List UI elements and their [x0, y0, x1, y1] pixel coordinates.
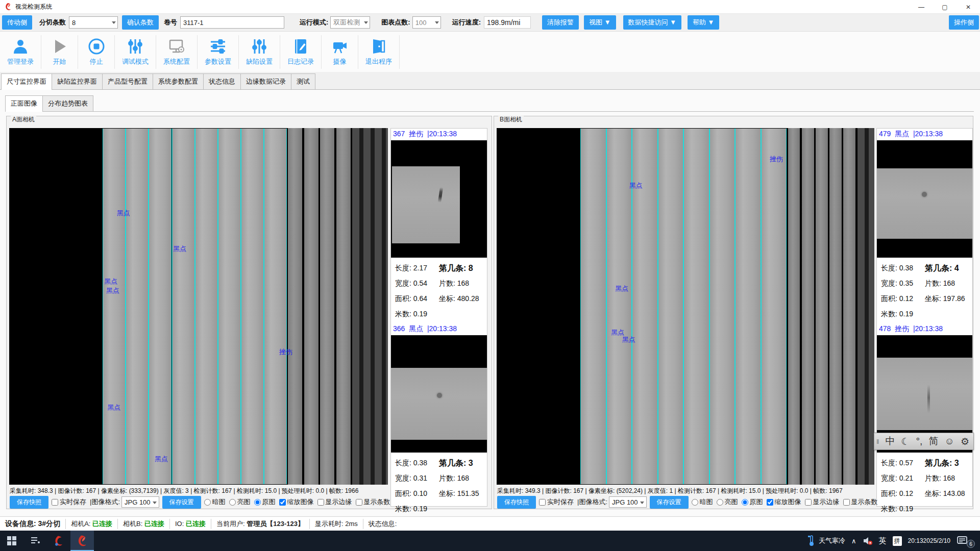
checkbox-icon[interactable]: [539, 499, 546, 506]
capture-button[interactable]: 摄像: [322, 35, 358, 69]
width-value: 0.35: [899, 279, 913, 287]
smiley-icon[interactable]: ☺: [944, 436, 954, 447]
debug-mode-button[interactable]: 调试模式: [115, 35, 156, 69]
original-image-radio[interactable]: 原图: [742, 497, 763, 507]
zoom-image-checkbox[interactable]: 缩放图像: [767, 497, 801, 507]
checkbox-icon[interactable]: [317, 499, 324, 506]
image-format-dropdown[interactable]: JPG 100: [609, 496, 647, 508]
radio-icon[interactable]: [742, 499, 748, 506]
tab-product-model-config[interactable]: 产品型号配置: [102, 73, 153, 89]
system-config-button[interactable]: 系统配置: [156, 35, 198, 69]
defect-card[interactable]: 479 黑点 |20:13:38 长度: 0.38 第几条: 4 宽度: 0.3…: [877, 129, 972, 322]
tab-front-image[interactable]: 正面图像: [5, 95, 43, 112]
image-format-dropdown[interactable]: JPG 100: [121, 496, 159, 508]
dark-image-radio[interactable]: 暗图: [692, 497, 713, 507]
defect-card[interactable]: 367 挫伤 |20:13:38 长度: 2.17 第几条: 8 宽度: 0.5…: [391, 129, 487, 322]
play-icon: [51, 37, 69, 56]
start-button[interactable]: 开始: [41, 35, 78, 69]
checkbox-icon[interactable]: [52, 499, 58, 506]
checkbox-icon[interactable]: [843, 499, 850, 506]
checkbox-icon[interactable]: [767, 499, 773, 506]
ime-language-bar[interactable]: ‖ 中 ☾ °, 简 ☺ ⚙: [874, 433, 974, 450]
param-settings-button[interactable]: 参数设置: [198, 35, 239, 69]
exit-program-button[interactable]: 退出程序: [358, 35, 400, 69]
taskbar-clock[interactable]: 20:13 2025/2/10: [908, 537, 950, 544]
save-snapshot-button[interactable]: 保存快照: [497, 496, 536, 509]
original-image-radio[interactable]: 原图: [254, 497, 276, 507]
stop-button[interactable]: 停止: [78, 35, 115, 69]
show-strips-checkbox[interactable]: 显示条数: [843, 497, 878, 507]
defect-time: |20:13:38: [913, 130, 943, 138]
camera-a-image[interactable]: 黑点黑点黑点黑点挫伤黑点黑点: [9, 128, 388, 485]
checkbox-icon[interactable]: [356, 499, 362, 506]
ime-simplified-mode[interactable]: 简: [928, 435, 938, 448]
start-button[interactable]: [0, 531, 23, 551]
defect-type: 挫伤: [409, 130, 423, 138]
realtime-save-checkbox[interactable]: 实时保存: [539, 497, 574, 507]
ime-pinyin-indicator[interactable]: 拼: [893, 536, 902, 546]
defect-settings-button[interactable]: 缺陷设置: [239, 35, 280, 69]
close-button[interactable]: ✕: [957, 0, 980, 14]
help-menu-button[interactable]: 帮助 ▼: [688, 15, 719, 30]
drive-side-button[interactable]: 传动侧: [2, 15, 32, 30]
weather-widget[interactable]: 天气寒冷: [807, 535, 845, 547]
operator-side-button[interactable]: 操作侧: [949, 15, 979, 30]
save-snapshot-button[interactable]: 保存快照: [10, 496, 48, 509]
maximize-button[interactable]: ▢: [933, 0, 957, 14]
radio-icon[interactable]: [204, 499, 211, 506]
taskbar-app-icon[interactable]: [47, 531, 70, 551]
run-mode-dropdown[interactable]: 双面检测: [330, 16, 370, 29]
defect-card[interactable]: 478 挫伤 |20:13:38 长度: 0.57 第几条: 3 宽度: 0.2…: [877, 323, 972, 517]
zoom-image-checkbox[interactable]: 缩放图像: [279, 497, 314, 507]
taskbar-active-app-icon[interactable]: [70, 531, 94, 551]
hidden-icons-chevron[interactable]: ∧: [851, 537, 856, 545]
realtime-save-checkbox[interactable]: 实时保存: [52, 497, 86, 507]
tab-trend-chart[interactable]: 分布趋势图表: [42, 95, 93, 111]
data-quick-access-button[interactable]: 数据快捷访问 ▼: [623, 15, 681, 30]
minimize-button[interactable]: —: [910, 0, 933, 14]
log-record-button[interactable]: 日志记录: [280, 35, 322, 69]
tab-test[interactable]: 测试: [291, 73, 315, 89]
defect-card[interactable]: 366 黑点 |20:13:38 长度: 0.38 第几条: 3 宽度: 0.3…: [391, 323, 487, 517]
ime-grip-handle[interactable]: ‖: [876, 438, 879, 445]
bright-image-radio[interactable]: 亮图: [717, 497, 738, 507]
strip-count-dropdown[interactable]: 8: [69, 16, 118, 29]
camera-b-image[interactable]: 挫伤黑点黑点黑点黑点: [497, 128, 874, 485]
moon-icon[interactable]: ☾: [901, 436, 910, 447]
chart-points-dropdown[interactable]: 100: [412, 16, 441, 29]
show-edge-checkbox[interactable]: 显示边缘: [805, 497, 840, 507]
view-menu-button[interactable]: 视图 ▼: [584, 15, 616, 30]
checkbox-icon[interactable]: [279, 499, 286, 506]
taskbar-notes-app[interactable]: [23, 531, 47, 551]
radio-icon[interactable]: [254, 499, 261, 506]
tab-edge-data-record[interactable]: 边缘数据记录: [240, 73, 291, 89]
gear-icon[interactable]: ⚙: [961, 436, 969, 447]
radio-icon[interactable]: [692, 499, 698, 506]
camera-b-controls: 保存快照 实时保存 |图像格式: JPG 100 保存设置 暗图 亮图 原图 缩…: [497, 496, 881, 508]
tab-system-param-config[interactable]: 系统参数配置: [153, 73, 204, 89]
tab-status-info[interactable]: 状态信息: [203, 73, 241, 89]
save-settings-button[interactable]: 保存设置: [650, 496, 689, 509]
ime-language-en[interactable]: 英: [879, 536, 887, 546]
ime-punctuation-mode[interactable]: °,: [916, 436, 923, 447]
ime-chinese-mode[interactable]: 中: [885, 435, 895, 448]
tab-defect-monitor[interactable]: 缺陷监控界面: [52, 73, 103, 89]
camera-b-stats: 采集耗时: 349.3 | 图像计数: 167 | 像素坐标: (5202,24…: [497, 487, 843, 495]
volume-muted-button[interactable]: [863, 536, 873, 545]
coord-label: 坐标:: [925, 489, 941, 497]
radio-icon[interactable]: [229, 499, 236, 506]
action-center-button[interactable]: 6: [957, 536, 974, 546]
save-settings-button[interactable]: 保存设置: [162, 496, 201, 509]
radio-icon[interactable]: [717, 499, 723, 506]
clear-alarm-button[interactable]: 清除报警: [542, 15, 579, 30]
tab-size-monitor[interactable]: 尺寸监控界面: [1, 73, 52, 90]
confirm-count-button[interactable]: 确认条数: [122, 15, 159, 30]
dark-image-radio[interactable]: 暗图: [204, 497, 226, 507]
pieces-label: 片数:: [439, 474, 455, 482]
show-edge-checkbox[interactable]: 显示边缘: [317, 497, 352, 507]
login-button[interactable]: 管理登录: [0, 35, 41, 69]
bright-image-radio[interactable]: 亮图: [229, 497, 251, 507]
checkbox-icon[interactable]: [805, 499, 812, 506]
roll-number-input[interactable]: 3117-1: [180, 16, 284, 29]
show-strips-checkbox[interactable]: 显示条数: [356, 497, 390, 507]
